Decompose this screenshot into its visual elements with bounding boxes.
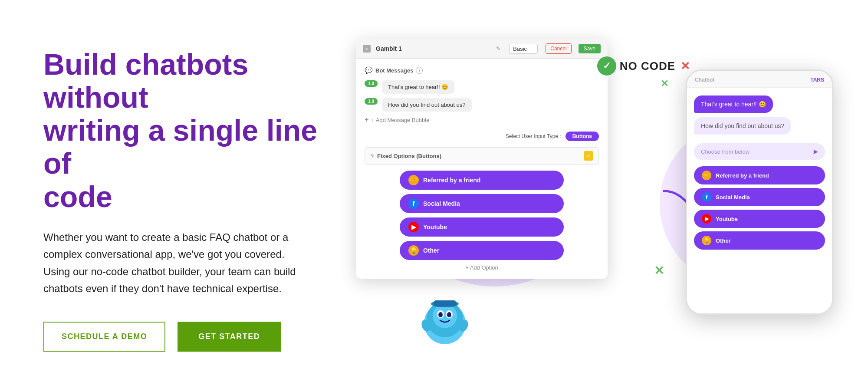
option-btn-other[interactable]: 💡 Other: [400, 241, 564, 260]
phone-social-icon: f: [702, 192, 711, 202]
headline: Build chatbots without writing a single …: [43, 48, 321, 213]
panel-header: ≡ Gambit 1 ✎ Basic Cancel Save: [356, 39, 608, 59]
add-option-button[interactable]: + Add Option: [365, 264, 599, 271]
svg-point-7: [447, 312, 451, 317]
choose-input-row[interactable]: Choose from below ➤: [694, 143, 825, 160]
mode-select[interactable]: Basic: [509, 44, 538, 54]
social-icon: f: [408, 198, 419, 209]
version-badge-2: 1.0: [365, 98, 378, 105]
panel-icon: ≡: [363, 45, 371, 53]
option-btn-social[interactable]: f Social Media: [400, 194, 564, 213]
add-message-label: + Add Message Bubble: [371, 117, 429, 123]
description-text: Whether you want to create a basic FAQ c…: [43, 229, 312, 297]
edit-icon: ✎: [496, 46, 500, 52]
option-btn-youtube[interactable]: ▶ Youtube: [400, 217, 564, 237]
option-label-social: Social Media: [423, 200, 460, 207]
page-container: Build chatbots without writing a single …: [0, 0, 868, 382]
phone-bubble-2: How did you find out about us?: [694, 117, 791, 135]
send-icon: ➤: [812, 148, 818, 156]
phone-friend-icon: 🤝: [702, 171, 711, 180]
choose-placeholder: Choose from below: [701, 148, 750, 155]
panel-body: 💬 Bot Messages i 1.0 That's great to hea…: [356, 59, 608, 279]
phone-option-friend[interactable]: 🤝 Referred by a friend: [694, 166, 825, 184]
friend-icon: 🤝: [408, 175, 419, 185]
no-code-text: NO CODE: [620, 59, 675, 73]
deco-x-top: ✕: [661, 78, 668, 89]
phone-option-youtube[interactable]: ▶ Youtube: [694, 210, 825, 228]
phone-option-label-friend: Referred by a friend: [716, 172, 769, 179]
bot-messages-label: Bot Messages: [375, 67, 413, 74]
svg-point-3: [433, 304, 457, 328]
input-type-row: Select User Input Type : Buttons: [365, 132, 599, 141]
fixed-options-label: Fixed Options (Buttons): [377, 153, 581, 159]
builder-panel: ≡ Gambit 1 ✎ Basic Cancel Save 💬 Bot Mes…: [356, 39, 608, 279]
right-section: ✕ ✕ ✕ ✓ NO CODE ✕ ≡ Gambit 1 ✎ Basic Can…: [347, 26, 833, 373]
option-label-other: Other: [423, 247, 439, 254]
phone-bubble-2-text: How did you find out about us?: [701, 122, 784, 129]
robot-character: [417, 291, 473, 347]
option-label-youtube: Youtube: [423, 224, 447, 231]
svg-rect-9: [434, 300, 456, 306]
panel-title: Gambit 1: [376, 45, 491, 52]
message-text-2: How did you find out about us?: [382, 98, 472, 112]
save-button[interactable]: Save: [579, 44, 601, 53]
add-plus-icon: +: [365, 116, 368, 124]
headline-line1: Build chatbots without: [43, 48, 248, 114]
buttons-badge: Buttons: [566, 132, 599, 141]
message-row-2: 1.0 How did you find out about us?: [365, 98, 599, 112]
phone-option-label-social: Social Media: [716, 194, 750, 201]
yellow-check-icon: ✓: [584, 151, 593, 161]
phone-option-label-other: Other: [716, 237, 731, 244]
message-text-1: That's great to hear!! 😊: [382, 80, 454, 94]
phone-other-icon: 💡: [702, 236, 711, 245]
check-symbol: ✓: [603, 60, 611, 72]
other-icon: 💡: [408, 245, 419, 256]
phone-option-label-youtube: Youtube: [716, 216, 738, 222]
bot-messages-header: 💬 Bot Messages i: [365, 66, 599, 74]
input-type-label: Select User Input Type :: [506, 133, 561, 139]
get-started-button[interactable]: GET STARTED: [178, 322, 281, 352]
edit-small-icon: ✎: [370, 153, 375, 159]
youtube-icon: ▶: [408, 222, 419, 232]
fixed-options-header: ✎ Fixed Options (Buttons) ✓: [365, 147, 599, 165]
phone-body: That's great to hear!! 😊 How did you fin…: [687, 88, 832, 313]
phone-mockup: Chatbot TARS That's great to hear!! 😊 Ho…: [686, 69, 833, 315]
option-label-friend: Referred by a friend: [423, 177, 480, 184]
brand-tars: TARS: [810, 77, 824, 83]
phone-bubble-1: That's great to hear!! 😊: [694, 96, 773, 113]
cancel-button[interactable]: Cancel: [546, 43, 571, 54]
svg-point-6: [438, 312, 443, 317]
version-badge-1: 1.0: [365, 80, 378, 87]
red-x-icon: ✕: [681, 59, 690, 73]
deco-x-right: ✕: [654, 263, 664, 278]
schedule-demo-button[interactable]: SCHEDULE A DEMO: [43, 322, 165, 352]
phone-option-social[interactable]: f Social Media: [694, 188, 825, 206]
option-btn-friend[interactable]: 🤝 Referred by a friend: [400, 171, 564, 190]
add-message-button[interactable]: + + Add Message Bubble: [365, 116, 599, 124]
cta-buttons: SCHEDULE A DEMO GET STARTED: [43, 322, 321, 352]
check-circle-icon: ✓: [597, 56, 616, 76]
no-code-badge: ✓ NO CODE ✕: [597, 56, 690, 76]
left-section: Build chatbots without writing a single …: [43, 48, 347, 352]
phone-option-other[interactable]: 💡 Other: [694, 231, 825, 250]
add-option-label: + Add Option: [465, 264, 498, 271]
brand-chatbot: Chatbot: [695, 77, 714, 83]
phone-header: Chatbot TARS: [687, 71, 832, 88]
phone-youtube-icon: ▶: [702, 214, 711, 224]
chat-icon: 💬: [365, 66, 373, 74]
headline-line2: writing a single line of: [43, 114, 317, 180]
phone-bubble-1-text: That's great to hear!! 😊: [701, 101, 766, 108]
info-icon: i: [416, 67, 423, 74]
message-row-1: 1.0 That's great to hear!! 😊: [365, 80, 599, 94]
headline-line3: code: [43, 180, 112, 213]
